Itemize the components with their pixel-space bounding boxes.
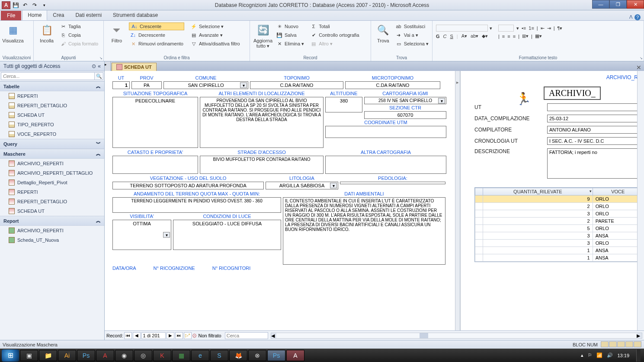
nuovo-button[interactable]: ✳Nuovo — [275, 22, 305, 30]
rimuovi-ordinamento-button[interactable]: ⤬Rimuovi ordinamento — [129, 40, 184, 48]
field-strade[interactable]: BIVIO MUFFOLETTO PER CONTRADA RAITANO — [200, 156, 324, 174]
recnav-prev-button[interactable]: ◀ — [133, 332, 141, 339]
nav-item[interactable]: TIPO_REPERTO — [0, 120, 104, 129]
qat-customize-icon[interactable]: ▾ — [40, 1, 48, 9]
cell-quantita[interactable]: 1 — [483, 254, 593, 262]
bold-button[interactable]: G — [436, 34, 440, 39]
aggiorna-button[interactable]: 🔄 Aggiorna tutto ▾ — [253, 22, 273, 49]
tray-flag-icon[interactable]: ⚐ — [588, 352, 592, 358]
splitter[interactable]: ▸ — [455, 71, 460, 330]
taglia-button[interactable]: ✂Taglia — [59, 22, 99, 30]
nav-item[interactable]: ARCHIVIO_REPERTI — [0, 159, 104, 168]
grid-col-voce[interactable]: VOCE — [593, 188, 643, 195]
nav-header[interactable]: Tutti gli oggetti di Access ⊙« — [0, 61, 104, 71]
cell-voce[interactable]: PARETE — [593, 218, 643, 225]
table-row[interactable]: 5ORLO — [475, 225, 644, 232]
nav-search-button[interactable]: 🔍 — [95, 72, 103, 80]
cell-quantita[interactable]: 2 — [483, 218, 593, 225]
cell-quantita[interactable]: 9 — [483, 195, 593, 203]
highlight-button[interactable]: ab▾ — [471, 33, 478, 39]
close-button[interactable]: ✕ — [627, 0, 644, 9]
field-comune[interactable]: SAN CIPIRELLO — [163, 81, 248, 89]
nav-item[interactable]: SCHEDA UT — [0, 206, 104, 216]
cell-voce[interactable]: ORLO — [593, 225, 643, 232]
field-ut[interactable]: 1 — [112, 81, 130, 89]
italic-button[interactable]: C — [443, 34, 447, 39]
cell-voce[interactable]: ANSA — [593, 254, 643, 262]
taskbar-photoshop2[interactable]: Ps — [267, 350, 285, 361]
tab-home[interactable]: Home — [22, 10, 47, 20]
cell-quantita[interactable]: 3 — [483, 240, 593, 247]
row-selector[interactable] — [475, 232, 483, 240]
table-row[interactable]: 2PARETE — [475, 218, 644, 225]
row-selector[interactable] — [475, 240, 483, 247]
table-row[interactable]: 1ANSA — [475, 254, 644, 262]
sub-field-descrizione[interactable]: FATTORIA; i reperti no — [547, 148, 644, 179]
gridlines-button[interactable]: ⊞▾ — [522, 33, 529, 39]
show-desktop-button[interactable] — [636, 349, 641, 362]
nav-item[interactable]: ARCHIVIO_REPERTI_DETTAGLIO — [0, 168, 104, 178]
doc-close-button[interactable]: ✕ — [634, 64, 644, 71]
sub-field-cronologia[interactable]: I SEC. A.C. - IV SEC. D.C — [547, 137, 644, 145]
field-sez-ctr[interactable]: 607070 — [364, 111, 446, 119]
nav-item[interactable]: ARCHIVIO_REPERTI — [0, 226, 104, 235]
fill-color-button[interactable]: ◆▾ — [482, 33, 488, 39]
field-coord[interactable] — [325, 126, 446, 138]
nav-item[interactable]: Dettaglio_Reperti_Pivot — [0, 178, 104, 187]
copia-button[interactable]: ⎘Copia — [59, 31, 99, 39]
cell-quantita[interactable]: 3 — [483, 232, 593, 240]
row-selector[interactable] — [475, 210, 483, 218]
field-cart-igmi[interactable]: 258 IV NE SAN CIPIRELLO — [364, 97, 446, 104]
taskbar-app6[interactable]: ◉ — [115, 350, 133, 361]
row-selector[interactable] — [475, 254, 483, 262]
nav-dropdown-icon[interactable]: ⊙ — [92, 63, 96, 69]
minimize-button[interactable]: — — [592, 0, 609, 9]
qat-undo-icon[interactable]: ↶ — [21, 1, 29, 9]
nav-group-maschere[interactable]: Maschere︽ — [0, 149, 104, 159]
row-selector[interactable] — [475, 195, 483, 203]
field-dati-amb[interactable]: IL CONTESTO AMBIENTALE IN CUI È INSERITA… — [283, 197, 445, 265]
field-andamento[interactable]: TERRENO LEGGERMENTE IN PENDIO VERSO OVES… — [112, 197, 281, 213]
increase-indent-button[interactable]: ⇥ — [547, 26, 551, 31]
salva-button[interactable]: 💾Salva — [275, 31, 305, 39]
formattazione-dialog-launcher[interactable]: ↘ — [640, 56, 643, 60]
field-altitudine[interactable]: 380 — [325, 97, 362, 112]
grid-col-quantita[interactable]: QUANTITA_RILEVATE▾ — [483, 188, 593, 195]
nav-item[interactable]: SCHEDA UT — [0, 110, 104, 120]
align-center-button[interactable]: ≡ — [507, 34, 510, 39]
recnav-search[interactable] — [225, 332, 268, 339]
sub-field-ut[interactable]: 1 — [547, 103, 644, 111]
hscrollbar[interactable]: ◀ ▶ — [271, 333, 642, 339]
nav-item[interactable]: REPERTI_DETTAGLIO — [0, 101, 104, 110]
font-color-button[interactable]: A▾ — [461, 33, 467, 39]
font-size-combo[interactable] — [498, 25, 514, 32]
nav-group-tabelle[interactable]: Tabelle︽ — [0, 81, 104, 91]
recnav-position[interactable] — [141, 332, 166, 339]
decrease-indent-button[interactable]: ⇤ — [541, 26, 545, 31]
row-selector[interactable] — [475, 203, 483, 210]
field-pedologia[interactable] — [340, 182, 445, 184]
nav-item[interactable]: Scheda_UT_Nuova — [0, 235, 104, 245]
start-button[interactable]: ⊞ — [2, 349, 19, 362]
appunti-dialog-launcher[interactable]: ↘ — [99, 56, 103, 60]
table-row[interactable]: 2ORLO — [475, 203, 644, 210]
nav-group-query[interactable]: Query︾ — [0, 139, 104, 149]
row-selector[interactable] — [475, 247, 483, 254]
totali-button[interactable]: ΣTotali — [309, 22, 360, 30]
taskbar-skype[interactable]: S — [210, 350, 228, 361]
field-altri[interactable]: PROVENENDO DA SAN CIPIRELLO AL BIVIO MUF… — [200, 97, 324, 148]
row-selector[interactable] — [475, 225, 483, 232]
taskbar-photoshop[interactable]: Ps — [77, 350, 95, 361]
tab-strumenti-database[interactable]: Strumenti database — [107, 10, 163, 20]
recnav-next-button[interactable]: ▶ — [167, 332, 174, 339]
recnav-filter-status[interactable]: ⛒Non filtrato — [192, 333, 221, 338]
field-toponimo[interactable]: C.DA RAITANO — [250, 81, 343, 89]
filtro-button[interactable]: ⏷ Filtro — [106, 22, 127, 43]
subform-grid[interactable]: QUANTITA_RILEVATE▾ VOCE 9ORLO2ORLO3ORLO2… — [474, 187, 644, 262]
field-condizioni[interactable]: SOLEGGIATO - LUCE DIFFUSA — [173, 220, 281, 250]
nav-search-input[interactable] — [1, 72, 95, 80]
selezione-button[interactable]: ⚡Selezione ▾ — [189, 22, 241, 30]
shutter-bar[interactable]: ▸ — [105, 61, 111, 71]
field-prov[interactable]: PA — [131, 81, 162, 89]
cell-voce[interactable]: ORLO — [593, 240, 643, 247]
